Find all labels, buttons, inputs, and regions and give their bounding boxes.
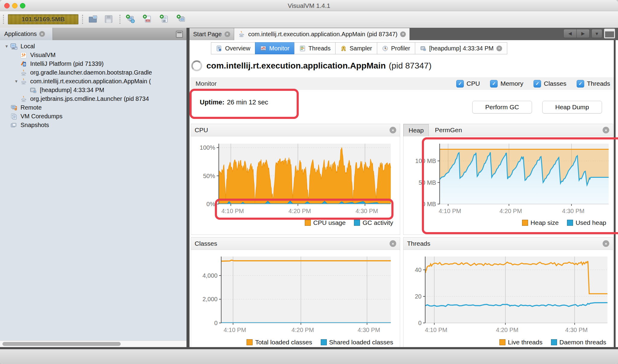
cpu-panel: CPU 100%50%0%4:10 PM4:20 PM4:30 PM CPU u… <box>191 124 400 235</box>
add-remote-host-button[interactable] <box>124 14 136 24</box>
legend-label: Live threads <box>508 339 542 346</box>
splitter[interactable] <box>186 28 190 347</box>
svg-text:4:30 PM: 4:30 PM <box>565 327 588 333</box>
tree-item-jps-launcher[interactable]: org.jetbrains.jps.cmdline.Launcher (pid … <box>0 94 186 103</box>
classes-panel: Classes 4,0002,00004:10 PM4:20 PM4:30 PM… <box>191 237 400 349</box>
tab-start-page[interactable]: Start Page <box>190 28 234 40</box>
classes-chart: 4,0002,00004:10 PM4:20 PM4:30 PM <box>191 252 400 337</box>
checkbox-memory[interactable]: Memory <box>490 80 523 88</box>
close-threads-panel-icon[interactable] <box>603 240 609 247</box>
start-page-tab-label: Start Page <box>193 31 222 38</box>
subtab-label: Profiler <box>391 45 410 52</box>
svg-text:JMX: JMX <box>146 20 150 22</box>
tab-controls: ◀ ▶ ▼ <box>563 29 615 38</box>
tree-item-gradle-daemon[interactable]: org.gradle.launcher.daemon.bootstrap.Gra… <box>0 68 186 77</box>
tab-applications[interactable]: Applications <box>0 28 53 40</box>
legend-swatch <box>321 339 327 345</box>
profiler-icon <box>382 45 388 52</box>
tree-item-intellij[interactable]: B IntelliJ Platform (pid 71339) <box>0 59 186 68</box>
checkbox-label: CPU <box>467 80 480 87</box>
subtab-profiler[interactable]: Profiler <box>377 42 415 54</box>
disclosure-triangle-icon[interactable]: ▼ <box>3 44 10 49</box>
close-heap-panel-icon[interactable] <box>603 127 609 133</box>
tree-item-visualvm[interactable]: VisualVM <box>0 51 186 59</box>
scrollbar-thumb[interactable] <box>2 342 121 346</box>
legend-label: Shared loaded classes <box>329 339 393 346</box>
java-icon <box>20 69 28 76</box>
subtab-sampler[interactable]: Sampler <box>335 42 377 54</box>
maximize-view-button[interactable] <box>604 29 615 38</box>
checkbox-checked-icon[interactable] <box>577 80 584 88</box>
save-snapshot-button[interactable] <box>103 14 115 24</box>
checkbox-cpu[interactable]: CPU <box>456 80 480 88</box>
sampler-icon <box>340 45 347 52</box>
scroll-tabs-right-button[interactable]: ▶ <box>576 29 590 38</box>
close-appmain-tab-icon[interactable] <box>400 31 406 37</box>
legend-label: CPU usage <box>313 219 346 226</box>
checkbox-checked-icon[interactable] <box>490 80 498 88</box>
subtab-monitor[interactable]: Monitor <box>255 42 295 54</box>
checkbox-checked-icon[interactable] <box>456 80 464 88</box>
tree-item-appmain[interactable]: ▼ com.intellij.rt.execution.application.… <box>0 77 186 86</box>
view-subtabs: i Overview Monitor Threads Sampler Profi… <box>211 42 507 54</box>
close-cpu-panel-icon[interactable] <box>390 127 396 133</box>
tab-permgen[interactable]: PermGen <box>430 125 467 136</box>
monitor-section-header: Monitor CPU Memory Classes Threads <box>190 77 614 90</box>
tab-heap[interactable]: Heap <box>403 124 429 136</box>
sidebar-horizontal-scrollbar[interactable] <box>0 340 186 347</box>
add-snapshot-button[interactable] <box>175 14 187 24</box>
svg-text:100%: 100% <box>200 144 215 151</box>
sidebar-restore-icon[interactable] <box>176 31 183 38</box>
checkbox-label: Classes <box>544 80 566 87</box>
svg-text:4:10 PM: 4:10 PM <box>224 327 246 333</box>
tree-item-remote[interactable]: Remote <box>0 103 186 112</box>
subtab-heapdump[interactable]: [heapdump] 4:33:34 PM <box>415 42 507 54</box>
application-heading: com.intellij.rt.execution.application.Ap… <box>191 60 432 71</box>
legend-item: GC activity <box>354 219 393 226</box>
heap-dump-button[interactable]: Heap Dump <box>542 101 602 113</box>
svg-text:4:20 PM: 4:20 PM <box>291 327 314 333</box>
window-title: VisualVM 1.4.1 <box>0 2 618 9</box>
legend-item: Daemon threads <box>551 339 606 346</box>
scroll-tabs-left-button[interactable]: ◀ <box>563 29 577 38</box>
subtab-overview[interactable]: i Overview <box>211 42 255 54</box>
tree-item-local[interactable]: ▼ Local <box>0 42 186 51</box>
java-icon <box>20 78 28 85</box>
threads-panel-header: Threads <box>403 238 613 250</box>
close-applications-tab-icon[interactable] <box>39 31 45 37</box>
appmain-tab-label: com.intellij.rt.execution.application.Ap… <box>248 31 398 38</box>
close-start-page-icon[interactable] <box>225 31 230 37</box>
disclosure-triangle-icon[interactable]: ▼ <box>13 79 20 84</box>
tree-item-vm-coredumps[interactable]: VM Coredumps <box>0 112 186 121</box>
classes-panel-title: Classes <box>195 240 217 247</box>
legend-label: Heap size <box>530 219 559 226</box>
close-heapdump-subtab-icon[interactable] <box>496 46 502 51</box>
threads-icon <box>299 45 306 52</box>
cpu-chart-legend: CPU usageGC activity <box>191 217 400 228</box>
tree-item-snapshots[interactable]: Snapshots <box>0 121 186 129</box>
add-local-vm-button[interactable]: +1 <box>158 14 170 24</box>
legend-swatch <box>499 339 505 345</box>
perform-gc-button[interactable]: Perform GC <box>472 101 532 113</box>
checkbox-checked-icon[interactable] <box>534 80 541 88</box>
svg-text:4:10 PM: 4:10 PM <box>439 208 461 214</box>
legend-label: Daemon threads <box>559 339 606 346</box>
close-classes-panel-icon[interactable] <box>390 240 396 247</box>
legend-item: Heap size <box>522 219 559 226</box>
save-snapshot-icon <box>104 14 113 24</box>
checkbox-threads[interactable]: Threads <box>577 80 610 88</box>
heap-memory-indicator[interactable]: 101.5/169.5MB <box>8 14 78 24</box>
java-icon <box>238 30 246 38</box>
toolbar-grip <box>3 15 4 24</box>
load-snapshot-button[interactable] <box>87 14 99 24</box>
add-snapshot-icon <box>176 14 186 24</box>
threads-panel-title: Threads <box>407 240 430 247</box>
add-jmx-connection-button[interactable]: JMX <box>141 14 153 24</box>
checkbox-classes[interactable]: Classes <box>534 80 566 88</box>
tab-appmain[interactable]: com.intellij.rt.execution.application.Ap… <box>234 28 410 40</box>
svg-text:B: B <box>23 62 25 66</box>
subtab-threads[interactable]: Threads <box>294 42 336 54</box>
svg-text:4:30 PM: 4:30 PM <box>358 327 380 333</box>
tab-list-dropdown-button[interactable]: ▼ <box>591 29 602 38</box>
tree-item-heapdump[interactable]: [heapdump] 4:33:34 PM <box>0 86 186 94</box>
